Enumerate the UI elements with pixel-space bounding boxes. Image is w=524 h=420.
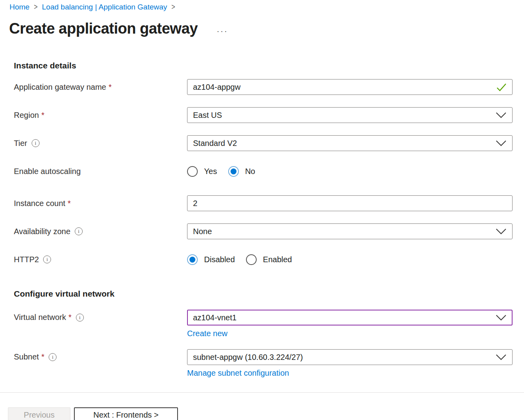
chevron-down-icon [496,140,507,146]
breadcrumb-link-home[interactable]: Home [9,3,30,11]
instance-count-label: Instance count [14,199,65,208]
chevron-down-icon [496,354,507,360]
instance-count-field [187,195,513,211]
required-asterisk: * [41,111,44,120]
subnet-dropdown[interactable]: subnet-appgw (10.60.3.224/27) [187,349,513,365]
field-row-region: Region * East US [14,107,524,123]
basics-form: Instance details Application gateway nam… [14,61,524,378]
field-label: Application gateway name * [14,83,187,92]
availability-zone-value: None [193,227,212,236]
radio-circle-icon [246,254,257,265]
field-label: Tier i [14,139,187,148]
breadcrumb-separator-icon: > [34,3,38,12]
footer-divider [0,392,524,393]
radio-label: Disabled [204,255,235,264]
chevron-down-icon [496,112,507,118]
tier-dropdown[interactable]: Standard V2 [187,135,513,151]
breadcrumb-separator-icon: > [172,3,175,12]
instance-count-input[interactable] [193,199,507,208]
field-row-http2: HTTP2 i Disabled Enabled [14,252,524,267]
field-row-enable-autoscaling: Enable autoscaling Yes No [14,163,524,179]
chevron-down-icon [496,314,507,321]
create-new-link[interactable]: Create new [187,329,227,338]
region-value: East US [193,111,222,120]
section-configure-virtual-network: Configure virtual network Virtual networ… [14,289,524,378]
http2-radio-group: Disabled Enabled [187,252,513,267]
radio-label: No [245,167,255,176]
virtual-network-dropdown[interactable]: az104-vnet1 [187,310,513,325]
app-gateway-name-label: Application gateway name [14,83,106,92]
required-asterisk: * [68,199,71,208]
required-asterisk: * [108,83,112,92]
field-label: Region * [14,111,187,120]
manage-subnet-configuration-link[interactable]: Manage subnet configuration [187,369,289,378]
required-asterisk: * [68,313,72,322]
field-row-instance-count: Instance count * [14,195,524,211]
field-row-virtual-network: Virtual network * i az104-vnet1 Create n… [14,310,524,338]
field-label: HTTP2 i [14,255,187,264]
app-gateway-name-input[interactable] [193,83,496,92]
tier-label: Tier [14,139,27,148]
previous-button[interactable]: Previous [8,407,70,420]
valid-check-icon [496,83,507,91]
availability-zone-label: Availability zone [14,227,70,236]
region-dropdown[interactable]: East US [187,107,513,123]
info-icon[interactable]: i [75,227,83,235]
http2-disabled-radio[interactable]: Disabled [187,254,235,265]
http2-enabled-radio[interactable]: Enabled [246,254,292,265]
footer: Previous Next : Frontends > [8,407,524,420]
virtual-network-label: Virtual network [14,313,66,322]
http2-label: HTTP2 [14,255,39,264]
field-label: Virtual network * i [14,313,187,322]
chevron-down-icon [496,228,507,235]
info-icon[interactable]: i [49,353,57,361]
tier-value: Standard V2 [193,139,237,148]
radio-label: Enabled [263,255,292,264]
radio-circle-icon [228,166,239,177]
field-row-availability-zone: Availability zone i None [14,223,524,239]
autoscaling-no-radio[interactable]: No [228,166,255,177]
region-label: Region [14,111,39,120]
radio-circle-icon [187,254,198,265]
field-label: Enable autoscaling [14,167,187,176]
breadcrumb: Home > Load balancing | Application Gate… [0,0,524,11]
section-heading-instance-details: Instance details [14,61,524,70]
breadcrumb-link-load-balancing[interactable]: Load balancing | Application Gateway [42,3,167,11]
field-label: Instance count * [14,199,187,208]
field-label: Availability zone i [14,227,187,236]
app-gateway-name-field [187,79,513,95]
radio-label: Yes [204,167,217,176]
field-row-tier: Tier i Standard V2 [14,135,524,151]
info-icon[interactable]: i [32,139,40,147]
enable-autoscaling-label: Enable autoscaling [14,167,81,176]
info-icon[interactable]: i [76,314,84,322]
section-heading-configure-virtual-network: Configure virtual network [14,289,524,299]
required-asterisk: * [41,352,44,361]
subnet-label: Subnet [14,352,39,361]
field-row-subnet: Subnet * i subnet-appgw (10.60.3.224/27)… [14,349,524,378]
page-header: Create application gateway ··· [9,20,524,37]
enable-autoscaling-radio-group: Yes No [187,163,513,179]
autoscaling-yes-radio[interactable]: Yes [187,166,217,177]
virtual-network-value: az104-vnet1 [193,313,236,322]
info-icon[interactable]: i [43,255,51,263]
radio-circle-icon [187,166,198,177]
page-title: Create application gateway [9,20,198,37]
availability-zone-dropdown[interactable]: None [187,223,513,239]
field-label: Subnet * i [14,352,187,361]
more-options-icon[interactable]: ··· [217,29,228,33]
subnet-value: subnet-appgw (10.60.3.224/27) [193,353,303,362]
next-frontends-button[interactable]: Next : Frontends > [74,407,178,420]
field-row-app-gateway-name: Application gateway name * [14,79,524,95]
